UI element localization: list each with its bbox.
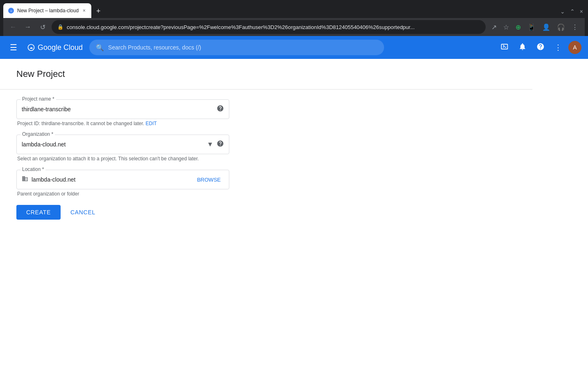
main-content: New Project Project name Project ID: thi… bbox=[0, 59, 532, 229]
location-building-icon bbox=[22, 175, 28, 184]
tab-title: New Project – lambda-cloud bbox=[17, 8, 79, 13]
project-id-hint: Project ID: thirdlane-transcribe. It can… bbox=[16, 121, 229, 126]
gcloud-logo-text: Google Cloud bbox=[38, 43, 83, 52]
gcloud-header: ☰ ☁ Google Cloud 🔍 Search Products, reso… bbox=[0, 36, 588, 59]
search-icon: 🔍 bbox=[96, 44, 104, 52]
organization-hint: Select an organization to attach it to a… bbox=[16, 156, 229, 162]
project-name-help-icon[interactable] bbox=[217, 105, 224, 114]
new-tab-button[interactable]: + bbox=[92, 4, 105, 18]
organization-field: Organization lambda-cloud.net ▼ Select a… bbox=[16, 135, 229, 162]
action-buttons: CREATE CANCEL bbox=[16, 205, 229, 220]
project-id-hint-text: Project ID: thirdlane-transcribe. It can… bbox=[17, 121, 144, 126]
help-button[interactable] bbox=[533, 39, 548, 56]
more-options-button[interactable]: ⋮ bbox=[551, 40, 565, 55]
cancel-button[interactable]: CANCEL bbox=[64, 205, 102, 220]
project-name-field: Project name Project ID: thirdlane-trans… bbox=[16, 99, 229, 126]
more-options-icon[interactable]: ⋮ bbox=[569, 21, 581, 34]
search-placeholder-text: Search Products, resources, docs (/) bbox=[108, 44, 201, 51]
menu-button[interactable]: ☰ bbox=[7, 39, 20, 56]
location-value: lambda-cloud.net bbox=[32, 176, 194, 183]
location-label: Location bbox=[20, 166, 45, 172]
cloud-shell-button[interactable] bbox=[497, 39, 512, 56]
header-actions: ⋮ A bbox=[497, 39, 581, 56]
cast-icon[interactable]: 📱 bbox=[525, 21, 538, 34]
new-project-form: Project name Project ID: thirdlane-trans… bbox=[16, 99, 229, 220]
google-cloud-logo-icon: ☁ bbox=[27, 43, 35, 52]
profile-icon[interactable]: 👤 bbox=[540, 21, 553, 34]
organization-help-icon[interactable] bbox=[217, 140, 224, 149]
project-name-input[interactable] bbox=[22, 106, 217, 112]
back-button[interactable]: ← bbox=[7, 21, 19, 33]
bookmark-icon[interactable]: ☆ bbox=[501, 21, 511, 34]
window-close-icon[interactable]: × bbox=[578, 7, 585, 16]
window-minimize-icon[interactable]: ⌄ bbox=[559, 7, 567, 16]
reload-button[interactable]: ↺ bbox=[37, 21, 48, 33]
window-maximize-icon[interactable]: ⌃ bbox=[568, 7, 577, 16]
location-field: Location lambda-cloud.net BROWSE Parent … bbox=[16, 170, 229, 197]
url-display: console.cloud.google.com/projectcreate?p… bbox=[67, 24, 480, 30]
page-wrapper: ☰ ☁ Google Cloud 🔍 Search Products, reso… bbox=[0, 36, 588, 391]
forward-button[interactable]: → bbox=[22, 21, 34, 33]
browser-window: ⊙ New Project – lambda-cloud × + ⌄ ⌃ × ←… bbox=[0, 0, 588, 391]
browse-button[interactable]: BROWSE bbox=[194, 175, 224, 184]
headphones-icon[interactable]: 🎧 bbox=[554, 21, 568, 34]
project-name-label: Project name bbox=[20, 96, 56, 102]
tab-bar: ⊙ New Project – lambda-cloud × + ⌄ ⌃ × ←… bbox=[0, 0, 588, 36]
project-name-input-wrapper bbox=[16, 99, 229, 119]
notifications-button[interactable] bbox=[515, 39, 530, 56]
location-hint: Parent organization or folder bbox=[16, 191, 229, 197]
user-avatar[interactable]: A bbox=[568, 41, 581, 54]
page-title: New Project bbox=[16, 69, 516, 79]
divider bbox=[0, 89, 532, 90]
active-tab[interactable]: ⊙ New Project – lambda-cloud × bbox=[3, 3, 91, 18]
gcloud-logo: ☁ Google Cloud bbox=[27, 43, 83, 52]
address-bar[interactable]: 🔒 console.cloud.google.com/projectcreate… bbox=[52, 20, 486, 34]
help-icon bbox=[536, 43, 545, 51]
tab-favicon: ⊙ bbox=[8, 8, 14, 13]
lock-icon: 🔒 bbox=[57, 24, 63, 30]
share-icon[interactable]: ↗ bbox=[489, 21, 499, 34]
location-wrapper: lambda-cloud.net BROWSE bbox=[16, 170, 229, 189]
svg-text:☁: ☁ bbox=[29, 45, 33, 49]
cloud-shell-icon bbox=[500, 43, 509, 51]
browser-toolbar: ← → ↺ 🔒 console.cloud.google.com/project… bbox=[3, 18, 585, 36]
edit-project-id-link[interactable]: EDIT bbox=[146, 121, 157, 126]
extensions-icon[interactable]: ⊕ bbox=[513, 21, 523, 34]
search-bar[interactable]: 🔍 Search Products, resources, docs (/) bbox=[89, 40, 384, 55]
bell-icon bbox=[518, 43, 527, 51]
tab-close-button[interactable]: × bbox=[82, 7, 86, 14]
organization-select-wrapper: lambda-cloud.net ▼ bbox=[16, 135, 229, 154]
create-button[interactable]: CREATE bbox=[16, 205, 61, 220]
organization-select[interactable]: lambda-cloud.net bbox=[22, 141, 207, 148]
organization-label: Organization bbox=[20, 131, 55, 137]
organization-chevron-icon: ▼ bbox=[207, 141, 213, 148]
svg-text:⊙: ⊙ bbox=[10, 10, 12, 12]
